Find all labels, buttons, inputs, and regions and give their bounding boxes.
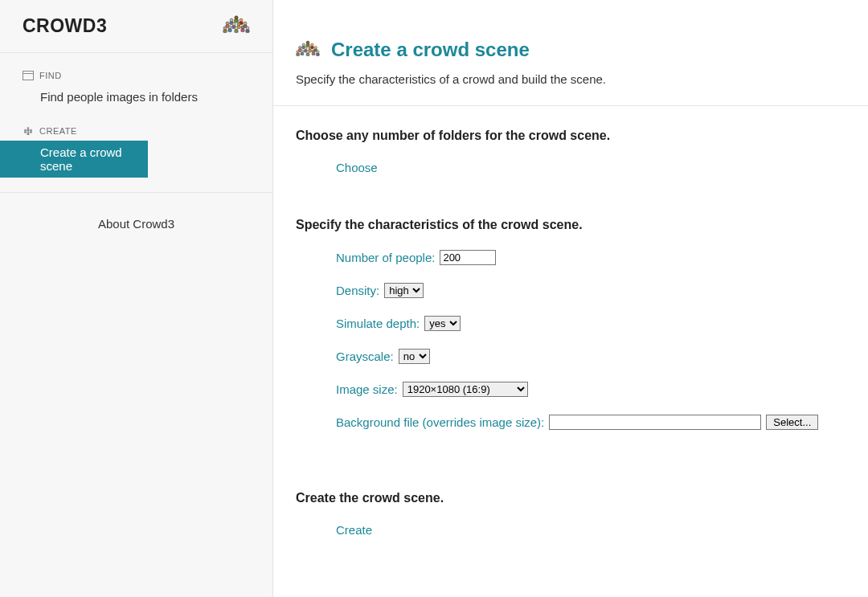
section-spec-heading: Specify the characteristics of the crowd… (296, 218, 845, 232)
num-people-label: Number of people: (336, 251, 435, 264)
section-create: Create the crowd scene. Create (273, 468, 868, 558)
sidebar: CROWD3 (0, 0, 273, 597)
create-scene-link[interactable]: Create (336, 523, 372, 537)
svg-point-0 (235, 16, 238, 19)
svg-point-16 (241, 26, 244, 29)
svg-rect-49 (301, 52, 304, 55)
main: Create a crowd scene Specify the charact… (273, 0, 868, 597)
svg-rect-21 (223, 30, 227, 33)
svg-point-20 (223, 27, 227, 30)
field-image-size: Image size: 1920×1080 (16:9) (336, 382, 845, 397)
image-size-select[interactable]: 1920×1080 (16:9) (403, 382, 528, 397)
svg-rect-57 (316, 53, 319, 55)
svg-point-54 (297, 50, 300, 53)
background-input[interactable] (549, 415, 761, 430)
svg-point-10 (232, 22, 235, 26)
nav-section-label: FIND (39, 71, 62, 80)
section-spec: Specify the characteristics of the crowd… (273, 195, 868, 468)
svg-point-30 (30, 129, 32, 132)
sidebar-footer: About Crowd3 (0, 192, 272, 231)
nav-section-find: FIND Find people images in folders (0, 67, 272, 108)
section-folders-heading: Choose any number of folders for the cro… (296, 129, 845, 143)
page-title: Create a crowd scene (331, 39, 530, 61)
svg-point-4 (240, 18, 243, 22)
sidebar-header: CROWD3 (0, 0, 272, 53)
page-subtitle: Specify the characteristics of a crowd a… (296, 72, 845, 86)
section-folders-body: Choose (296, 157, 845, 189)
svg-point-56 (317, 50, 320, 53)
nav: FIND Find people images in folders CREAT… (0, 53, 272, 178)
svg-point-48 (301, 49, 304, 52)
simulate-depth-label: Simulate depth: (336, 317, 420, 330)
nav-item-label: Find people images in folders (40, 90, 198, 104)
svg-rect-55 (297, 53, 300, 55)
svg-point-40 (299, 46, 302, 49)
svg-rect-17 (241, 29, 244, 32)
crowd-icon (296, 39, 320, 61)
field-num-people: Number of people: (336, 250, 845, 265)
num-people-input[interactable] (440, 250, 496, 265)
nav-section-label: CREATE (39, 126, 77, 136)
svg-point-46 (309, 47, 312, 50)
about-link[interactable]: About Crowd3 (98, 217, 174, 231)
nav-section-create: CREATE Create a crowd scene (0, 123, 272, 178)
nav-item-label: Create a crowd scene (40, 145, 122, 173)
svg-point-38 (311, 43, 314, 46)
svg-rect-23 (246, 30, 249, 33)
svg-point-42 (314, 46, 317, 49)
svg-rect-53 (306, 53, 309, 55)
window-icon (23, 71, 34, 80)
svg-rect-29 (24, 131, 27, 133)
svg-point-8 (244, 22, 247, 25)
field-background: Background file (overrides image size): … (336, 415, 845, 430)
svg-rect-1 (235, 19, 239, 22)
svg-rect-24 (23, 72, 34, 80)
grayscale-label: Grayscale: (336, 350, 394, 363)
crowd-mini-icon (23, 126, 34, 136)
svg-rect-33 (27, 133, 30, 135)
nav-item-find-people[interactable]: Find people images in folders (0, 85, 272, 108)
svg-point-36 (302, 43, 305, 46)
svg-point-52 (306, 50, 309, 53)
nav-section-head-create: CREATE (0, 123, 272, 139)
svg-point-32 (27, 131, 30, 133)
field-grayscale: Grayscale: no (336, 349, 845, 364)
density-select[interactable]: high (384, 283, 424, 298)
svg-rect-35 (306, 43, 309, 47)
svg-rect-19 (235, 30, 238, 33)
choose-folders-link[interactable]: Choose (336, 161, 378, 174)
svg-point-2 (230, 18, 233, 22)
svg-point-50 (312, 49, 315, 52)
svg-rect-27 (27, 129, 30, 131)
svg-point-14 (228, 26, 231, 29)
svg-point-22 (246, 27, 249, 30)
main-title-row: Create a crowd scene (296, 39, 845, 61)
field-simulate-depth: Simulate depth: yes (336, 316, 845, 331)
grayscale-select[interactable]: no (399, 349, 430, 364)
section-create-heading: Create the crowd scene. (296, 491, 845, 505)
section-create-body: Create (296, 520, 845, 551)
nav-section-head-find: FIND (0, 67, 272, 84)
crowd-icon (223, 14, 250, 38)
simulate-depth-select[interactable]: yes (424, 316, 461, 331)
svg-point-6 (226, 22, 229, 25)
main-header: Create a crowd scene Specify the charact… (273, 0, 868, 106)
field-density: Density: high (336, 283, 845, 298)
svg-rect-31 (30, 131, 32, 133)
svg-point-18 (235, 27, 238, 30)
section-spec-body: Number of people: Density: high Simulate… (296, 247, 845, 462)
density-label: Density: (336, 284, 379, 297)
svg-point-44 (305, 47, 308, 50)
svg-rect-51 (312, 52, 315, 55)
section-folders: Choose any number of folders for the cro… (273, 106, 868, 195)
svg-rect-15 (228, 29, 231, 32)
app-title: CROWD3 (23, 15, 107, 37)
svg-point-34 (306, 41, 309, 44)
background-select-button[interactable]: Select... (766, 415, 818, 430)
svg-point-12 (237, 22, 240, 26)
background-label: Background file (overrides image size): (336, 415, 544, 429)
nav-item-create-scene[interactable]: Create a crowd scene (0, 141, 148, 178)
svg-point-26 (27, 127, 30, 129)
svg-point-28 (24, 129, 27, 132)
image-size-label: Image size: (336, 382, 398, 396)
